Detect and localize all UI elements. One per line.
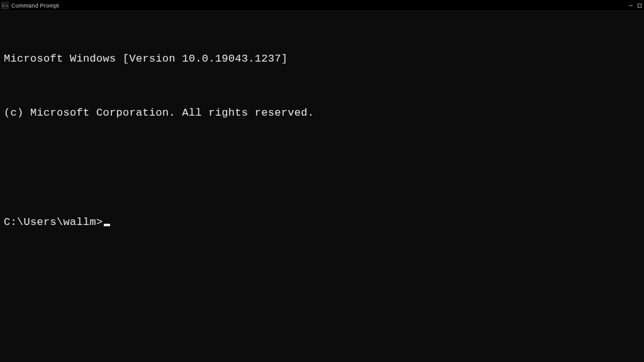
terminal-output[interactable]: Microsoft Windows [Version 10.0.19043.12… — [0, 11, 644, 253]
prompt-text: C:\Users\wallm> — [4, 214, 103, 232]
copyright-line: (c) Microsoft Corporation. All rights re… — [4, 104, 640, 123]
window-title: Command Prompt — [11, 3, 59, 9]
blank-line — [4, 159, 640, 177]
svg-rect-3 — [638, 4, 641, 8]
titlebar: C:\ Command Prompt — [0, 0, 644, 11]
minimize-button[interactable] — [626, 0, 635, 11]
cmd-icon: C:\ — [1, 2, 9, 9]
window-controls — [626, 0, 644, 11]
version-line: Microsoft Windows [Version 10.0.19043.12… — [4, 50, 640, 69]
cursor — [104, 224, 110, 226]
maximize-button[interactable] — [635, 0, 644, 11]
prompt-line: C:\Users\wallm> — [4, 214, 640, 232]
svg-text:C:\: C:\ — [3, 3, 8, 7]
